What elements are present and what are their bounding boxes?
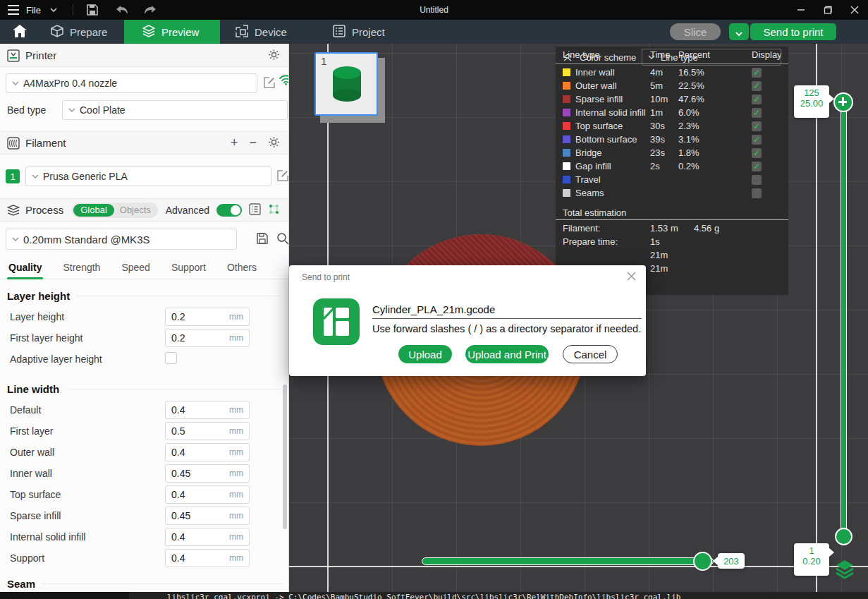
gcode-move-tooltip: 203 <box>718 553 745 569</box>
layer-slider-top-handle[interactable] <box>833 92 853 112</box>
process-preset-select[interactable]: 0.20mm Standard @MK3S <box>6 229 237 250</box>
display-checkbox[interactable]: ✓ <box>752 95 762 104</box>
undo-icon[interactable] <box>114 2 130 18</box>
scope-global-option[interactable]: Global <box>73 204 114 217</box>
send-to-print-label: Send to print <box>763 26 823 38</box>
line-width-first-layer-input[interactable]: 0.5 mm <box>165 422 250 440</box>
tab-speed[interactable]: Speed <box>121 255 149 279</box>
total-value: 21m <box>650 263 694 274</box>
line-width-support-input[interactable]: 0.4 mm <box>165 549 250 567</box>
line-width-sparse-infill-input[interactable]: 0.45 mm <box>165 507 250 525</box>
plate-number: 1 <box>321 55 326 67</box>
layer-height-input[interactable]: 0.2 mm <box>165 308 250 326</box>
printer-settings-gear-icon[interactable] <box>268 49 280 63</box>
line-type-color-chip <box>563 189 570 197</box>
param-value: 0.45 <box>171 510 229 521</box>
param-unit: mm <box>229 553 243 563</box>
tab-strength[interactable]: Strength <box>63 255 100 279</box>
slice-button[interactable]: Slice <box>670 23 721 40</box>
printer-preset-value: A4MaxPro 0.4 nozzle <box>23 78 117 89</box>
line-width-outer-wall-input[interactable]: 0.4 mm <box>165 443 250 461</box>
line-width-top-surface-input[interactable]: 0.4 mm <box>165 485 250 504</box>
filament-preset-select[interactable]: Prusa Generic PLA <box>25 167 271 186</box>
adaptive-layer-height-checkbox[interactable] <box>165 352 177 364</box>
tab-others[interactable]: Others <box>227 255 257 279</box>
settings-sidebar: Printer A4MaxPro 0.4 nozzle Bed type Coo… <box>0 44 289 592</box>
close-button[interactable] <box>841 0 868 20</box>
printer-edit-icon[interactable] <box>263 76 276 91</box>
tab-device[interactable]: Device <box>236 20 306 44</box>
chevron-down-icon <box>46 2 61 18</box>
search-icon[interactable] <box>276 232 289 247</box>
cancel-button-label: Cancel <box>574 349 607 361</box>
line-width-inner-wall-input[interactable]: 0.45 mm <box>165 464 250 483</box>
collapse-panel-icon[interactable] <box>563 53 573 61</box>
layer-slider-track[interactable] <box>841 102 847 536</box>
tab-preview[interactable]: Preview <box>124 20 220 44</box>
minimize-button[interactable] <box>788 0 814 20</box>
layer-slider-bottom-handle[interactable] <box>835 528 852 545</box>
display-checkbox[interactable]: ✓ <box>752 81 762 91</box>
process-scope-toggle[interactable]: Global Objects <box>72 202 158 218</box>
display-checkbox[interactable]: ✓ <box>752 162 762 171</box>
first-layer-height-input[interactable]: 0.2 mm <box>165 329 250 347</box>
layers-icon[interactable] <box>834 559 855 581</box>
save-preset-icon[interactable] <box>256 232 269 247</box>
line-width-internal-solid-infill-input[interactable]: 0.4 mm <box>165 528 250 546</box>
tab-quality[interactable]: Quality <box>8 255 42 279</box>
file-menu-button[interactable]: File <box>6 2 61 18</box>
param-unit: mm <box>229 490 243 500</box>
remove-filament-icon[interactable]: − <box>249 135 257 150</box>
tab-prepare[interactable]: Prepare <box>44 20 117 44</box>
process-compare-icon[interactable] <box>268 203 280 217</box>
bed-type-select[interactable]: Cool Plate <box>62 100 288 120</box>
filament-edit-icon[interactable] <box>276 169 289 184</box>
bottom-layer-height: 0.20 <box>794 556 829 567</box>
send-to-print-button[interactable]: Send to print <box>750 23 836 40</box>
scope-objects-option[interactable]: Objects <box>114 205 157 215</box>
sidebar-scrollbar[interactable] <box>283 385 287 529</box>
redo-icon[interactable] <box>142 2 158 18</box>
line-type-label: Internal solid infill <box>575 107 650 118</box>
tab-project[interactable]: Project <box>333 20 403 44</box>
upload-and-print-button[interactable]: Upload and Print <box>465 345 549 363</box>
param-label: First layer <box>10 425 53 437</box>
tab-support[interactable]: Support <box>171 255 206 279</box>
display-checkbox[interactable]: ✓ <box>752 108 762 118</box>
view-mode-select[interactable]: Line type <box>642 49 781 66</box>
display-checkbox[interactable]: ✓ <box>752 121 762 131</box>
home-button[interactable] <box>6 20 34 44</box>
upload-button[interactable]: Upload <box>398 345 452 363</box>
printer-preset-select[interactable]: A4MaxPro 0.4 nozzle <box>6 73 257 93</box>
line-type-label: Sparse infill <box>575 94 650 104</box>
upload-and-print-button-label: Upload and Print <box>467 349 546 361</box>
add-filament-icon[interactable]: + <box>231 135 238 150</box>
send-options-dropdown-button[interactable] <box>729 23 749 40</box>
gcode-move-slider-handle[interactable] <box>693 552 712 571</box>
maximize-button[interactable] <box>814 0 841 20</box>
home-icon <box>13 25 27 40</box>
cancel-button[interactable]: Cancel <box>563 345 618 363</box>
line-width-default-input[interactable]: 0.4 mm <box>165 401 250 419</box>
display-checkbox[interactable] <box>752 188 762 198</box>
filament-settings-gear-icon[interactable] <box>268 136 280 150</box>
upload-filename-input[interactable]: Cylinder_PLA_21m.gcode <box>372 301 642 319</box>
display-checkbox[interactable]: ✓ <box>752 148 762 158</box>
param-value: 0.2 <box>171 332 229 344</box>
advanced-toggle[interactable] <box>216 204 242 217</box>
gcode-move-slider-track[interactable] <box>422 557 714 565</box>
param-label: Support <box>10 552 44 564</box>
wifi-icon[interactable] <box>279 75 289 87</box>
save-icon[interactable] <box>85 2 100 18</box>
display-checkbox[interactable]: ✓ <box>752 68 762 78</box>
display-checkbox[interactable]: ✓ <box>752 135 762 145</box>
chevron-down-icon <box>68 108 75 112</box>
parameter-list-icon[interactable] <box>249 203 261 217</box>
line-type-percent: 2.3% <box>678 121 752 131</box>
legend-row: Bottom surface 39s 3.1% ✓ <box>556 133 788 146</box>
chevron-down-icon <box>12 237 19 241</box>
dialog-close-icon[interactable] <box>627 271 636 283</box>
line-type-time: 23s <box>650 147 678 158</box>
display-checkbox[interactable] <box>752 175 762 185</box>
plate-thumbnail[interactable]: 1 <box>314 52 378 116</box>
